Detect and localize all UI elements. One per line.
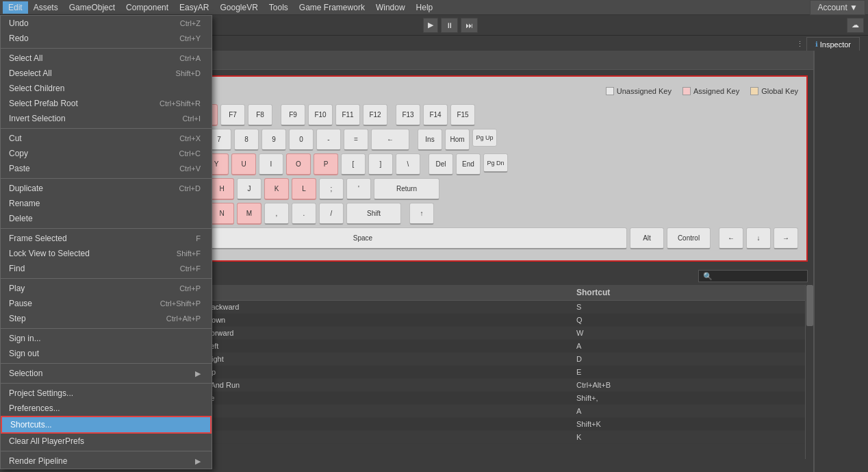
toolbar-step[interactable]: ⏭ <box>461 18 478 33</box>
dropdown-item-33[interactable]: Clear All PlayerPrefs <box>1 434 212 449</box>
key-quote[interactable]: ' <box>346 178 371 200</box>
dropdown-item-18[interactable]: Lock View to SelectedShift+F <box>1 246 212 261</box>
dropdown-item-9[interactable]: CutCtrl+X <box>1 131 212 146</box>
dropdown-item-21[interactable]: PlayCtrl+P <box>1 281 212 296</box>
tab-inspector[interactable]: ℹ Inspector <box>806 37 860 51</box>
dropdown-item-3[interactable]: Select AllCtrl+A <box>1 51 212 66</box>
key-f11[interactable]: F11 <box>335 104 360 126</box>
key-f7[interactable]: F7 <box>220 104 245 126</box>
table-row-4[interactable]: 3D Viewport/Fly Mode RightD <box>125 353 805 366</box>
table-row-10[interactable]: Animation/Key SelectedK <box>125 431 805 444</box>
key-down[interactable]: ↓ <box>746 227 771 249</box>
dropdown-item-28[interactable]: Selection▶ <box>1 366 212 381</box>
key-right[interactable]: → <box>774 227 798 249</box>
dropdown-item-13[interactable]: DuplicateCtrl+D <box>1 181 212 196</box>
menu-assets[interactable]: Assets <box>28 1 64 14</box>
key-return[interactable]: Return <box>374 178 439 200</box>
key-m[interactable]: M <box>237 203 261 225</box>
menu-tools[interactable]: Tools <box>264 1 294 14</box>
toolbar-play[interactable]: ▶ <box>423 18 438 33</box>
key-alt-right[interactable]: Alt <box>630 227 664 249</box>
menu-component[interactable]: Component <box>120 1 174 14</box>
dropdown-item-35[interactable]: Render Pipeline▶ <box>1 454 212 469</box>
dropdown-item-1[interactable]: RedoCtrl+Y <box>1 31 212 46</box>
dropdown-item-11[interactable]: PasteCtrl+V <box>1 161 212 176</box>
table-row-0[interactable]: 3D Viewport/Fly Mode BackwardS <box>125 301 805 314</box>
key-f14[interactable]: F14 <box>423 104 448 126</box>
key-end[interactable]: End <box>456 153 481 175</box>
key-del[interactable]: Del <box>429 153 453 175</box>
dropdown-item-32[interactable]: Shortcuts... <box>1 416 212 434</box>
key-9[interactable]: 9 <box>261 129 286 151</box>
menu-help[interactable]: Help <box>411 1 439 14</box>
key-pgdn[interactable]: Pg Dn <box>483 153 508 173</box>
menu-window[interactable]: Window <box>370 1 411 14</box>
key-backspace[interactable]: ← <box>371 129 409 151</box>
key-pgup[interactable]: Pg Up <box>472 129 497 147</box>
key-ctrl-right[interactable]: Control <box>667 227 711 249</box>
key-8[interactable]: 8 <box>234 129 259 151</box>
key-f8[interactable]: F8 <box>248 104 272 126</box>
key-period[interactable]: . <box>292 203 316 225</box>
key-shift-right[interactable]: Shift <box>346 203 401 225</box>
key-slash[interactable]: / <box>319 203 344 225</box>
dropdown-item-6[interactable]: Select Prefab RootCtrl+Shift+R <box>1 96 212 111</box>
dropdown-item-25[interactable]: Sign in... <box>1 331 212 346</box>
account-button[interactable]: Account ▼ <box>810 0 865 15</box>
key-o[interactable]: O <box>286 153 311 175</box>
key-h[interactable]: H <box>209 178 234 200</box>
menu-googlevr[interactable]: GoogleVR <box>214 1 263 14</box>
key-0[interactable]: 0 <box>289 129 314 151</box>
table-row-9[interactable]: Animation/Key ModifiedShift+K <box>125 418 805 431</box>
table-row-7[interactable]: Animation/First KeyframeShift+, <box>125 392 805 405</box>
dropdown-item-19[interactable]: FindCtrl+F <box>1 261 212 276</box>
key-rbracket[interactable]: ] <box>368 153 393 175</box>
dropdown-item-0[interactable]: UndoCtrl+Z <box>1 16 212 31</box>
dropdown-item-15[interactable]: Delete <box>1 211 212 226</box>
key-f9[interactable]: F9 <box>281 104 305 126</box>
dropdown-item-22[interactable]: PauseCtrl+Shift+P <box>1 296 212 311</box>
menu-gameframework[interactable]: Game Framework <box>294 1 370 14</box>
menu-gameobject[interactable]: GameObject <box>64 1 120 14</box>
key-ins[interactable]: Ins <box>418 129 442 151</box>
key-k[interactable]: K <box>264 178 289 200</box>
command-scrollbar[interactable] <box>805 285 813 459</box>
menu-easyar[interactable]: EasyAR <box>174 1 214 14</box>
key-f10[interactable]: F10 <box>308 104 333 126</box>
menu-edit[interactable]: Edit <box>3 1 28 14</box>
table-row-2[interactable]: 3D Viewport/Fly Mode ForwardW <box>125 327 805 340</box>
key-i[interactable]: I <box>259 153 283 175</box>
key-n[interactable]: N <box>209 203 234 225</box>
dropdown-item-7[interactable]: Invert SelectionCtrl+I <box>1 111 212 126</box>
toolbar-cloud[interactable]: ☁ <box>847 18 864 33</box>
dropdown-item-5[interactable]: Select Children <box>1 81 212 96</box>
key-j[interactable]: J <box>237 178 261 200</box>
table-row-3[interactable]: 3D Viewport/Fly Mode LeftA <box>125 340 805 353</box>
key-hom[interactable]: Hom <box>445 129 470 151</box>
key-f12[interactable]: F12 <box>363 104 387 126</box>
key-semicolon[interactable]: ; <box>319 178 344 200</box>
toolbar-pause[interactable]: ⏸ <box>441 18 458 33</box>
key-left[interactable]: ← <box>719 227 743 249</box>
key-up[interactable]: ↑ <box>409 203 434 225</box>
key-minus[interactable]: - <box>316 129 341 151</box>
key-l[interactable]: L <box>292 178 316 200</box>
table-row-6[interactable]: Android/Patch Package And RunCtrl+Alt+B <box>125 379 805 392</box>
table-row-8[interactable]: Animation/Frame AllA <box>125 405 805 418</box>
dropdown-item-10[interactable]: CopyCtrl+C <box>1 146 212 161</box>
dropdown-item-14[interactable]: Rename <box>1 196 212 211</box>
table-row-5[interactable]: 3D Viewport/Fly Mode UpE <box>125 366 805 379</box>
key-u[interactable]: U <box>231 153 256 175</box>
dropdown-item-26[interactable]: Sign out <box>1 346 212 361</box>
dropdown-item-31[interactable]: Preferences... <box>1 401 212 416</box>
dropdown-item-30[interactable]: Project Settings... <box>1 386 212 401</box>
key-comma[interactable]: , <box>264 203 289 225</box>
dropdown-item-17[interactable]: Frame SelectedF <box>1 231 212 246</box>
key-equals[interactable]: = <box>344 129 368 151</box>
dropdown-item-23[interactable]: StepCtrl+Alt+P <box>1 311 212 326</box>
key-lbracket[interactable]: [ <box>341 153 366 175</box>
key-backslash[interactable]: \ <box>396 153 420 175</box>
table-row-1[interactable]: 3D Viewport/Fly Mode DownQ <box>125 314 805 327</box>
dropdown-item-4[interactable]: Deselect AllShift+D <box>1 66 212 81</box>
key-f13[interactable]: F13 <box>396 104 420 126</box>
